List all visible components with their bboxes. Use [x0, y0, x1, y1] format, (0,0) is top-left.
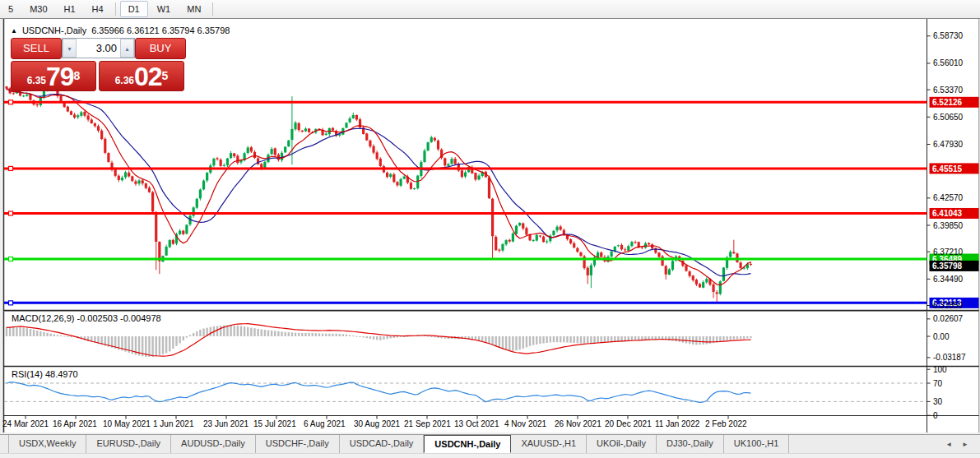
timeframe-button-mn[interactable]: MN [179, 2, 208, 16]
svg-text:6.39850: 6.39850 [933, 221, 964, 230]
volume-decrease-icon[interactable]: ▼ [63, 39, 77, 58]
timeframe-button-h4[interactable]: H4 [85, 2, 111, 16]
svg-text:2 Feb 2022: 2 Feb 2022 [705, 419, 747, 428]
svg-text:0.02607: 0.02607 [933, 314, 964, 323]
chart-tab-usdx-weekly[interactable]: USDX,Weekly [8, 435, 86, 453]
svg-text:13 Oct 2021: 13 Oct 2021 [454, 419, 499, 428]
volume-input[interactable] [77, 39, 120, 58]
macd-indicator-label: MACD(12,26,9) -0.002503 -0.004978 [12, 313, 161, 323]
svg-text:20 Dec 2021: 20 Dec 2021 [605, 419, 652, 428]
svg-text:24 Mar 2021: 24 Mar 2021 [2, 419, 49, 428]
chart-tab-dj30-daily[interactable]: DJ30-,Daily [657, 435, 724, 453]
svg-text:30 Aug 2021: 30 Aug 2021 [354, 419, 401, 428]
svg-text:0: 0 [933, 411, 938, 420]
chart-tab-xauusd-h1[interactable]: XAUUSD-,H1 [511, 435, 587, 453]
volume-increase-icon[interactable]: ▲ [120, 39, 134, 58]
buy-price-panel[interactable]: 6.36 02 5 [99, 61, 184, 91]
svg-text:100: 100 [933, 365, 947, 374]
svg-text:6.58730: 6.58730 [933, 31, 964, 40]
svg-text:6.56010: 6.56010 [933, 58, 964, 67]
chart-ohlc-values: 6.35966 6.36121 6.35794 6.35798 [91, 25, 230, 35]
sell-button[interactable]: SELL [11, 38, 62, 59]
svg-text:6.53370: 6.53370 [933, 86, 964, 95]
chart-tab-ukoil-daily[interactable]: UKOil-,Daily [587, 435, 657, 453]
toolbar-separator [115, 2, 116, 16]
svg-text:6.34490: 6.34490 [933, 275, 964, 284]
timeframe-button-w1[interactable]: W1 [150, 2, 179, 16]
chart-tab-uk100-h1[interactable]: UK100-,H1 [724, 435, 789, 453]
svg-text:6.31850: 6.31850 [933, 301, 964, 310]
chart-tab-usdcad-daily[interactable]: USDCAD-,Daily [340, 435, 425, 453]
svg-text:26 Nov 2021: 26 Nov 2021 [555, 419, 601, 428]
svg-text:6 Aug 2021: 6 Aug 2021 [304, 419, 346, 428]
timeframe-button-5[interactable]: 5 [1, 2, 21, 16]
svg-text:30: 30 [933, 397, 943, 406]
rsi-indicator-label: RSI(14) 48.4970 [12, 369, 78, 379]
svg-text:6.42570: 6.42570 [933, 193, 964, 202]
volume-stepper: ▼ ▲ [62, 38, 135, 58]
svg-text:23 Jun 2021: 23 Jun 2021 [203, 419, 248, 428]
buy-price-sup: 5 [162, 62, 169, 90]
svg-text:21 Sep 2021: 21 Sep 2021 [404, 419, 451, 428]
toolbar-separator [212, 2, 213, 16]
timeframe-toolbar: 5M30H1H4D1W1MN [0, 0, 980, 19]
tab-scroll-right-icon[interactable]: ► [962, 441, 968, 448]
one-click-trade-panel: SELL ▼ ▲ BUY 6.35 79 8 6.36 02 5 [11, 38, 186, 91]
symbol-tab-bar: USDX,WeeklyEURUSD-,DailyAUDUSD-,DailyUSD… [0, 434, 980, 453]
svg-text:6.47930: 6.47930 [933, 140, 964, 149]
timeframe-button-h1[interactable]: H1 [57, 2, 83, 16]
collapse-chart-icon[interactable]: ▲ [11, 27, 17, 35]
chart-tab-usdchf-daily[interactable]: USDCHF-,Daily [256, 435, 340, 453]
tab-scroll-left-icon[interactable]: ◄ [945, 441, 952, 448]
sell-price-panel[interactable]: 6.35 79 8 [11, 61, 96, 91]
chart-tab-eurusd-daily[interactable]: EURUSD-,Daily [86, 435, 171, 453]
timeframe-button-m30[interactable]: M30 [22, 2, 54, 16]
svg-text:1 Jun 2021: 1 Jun 2021 [153, 419, 194, 428]
chart-title: ▲ USDCNH-,Daily 6.35966 6.36121 6.35794 … [11, 25, 230, 35]
svg-text:6.35798: 6.35798 [932, 261, 963, 271]
svg-text:6.37210: 6.37210 [933, 248, 964, 257]
sell-price-sup: 8 [74, 62, 81, 90]
svg-text:70: 70 [933, 379, 943, 388]
timeframe-button-d1[interactable]: D1 [120, 1, 148, 17]
svg-text:6.52126: 6.52126 [932, 98, 963, 107]
svg-text:6.45515: 6.45515 [932, 164, 963, 173]
buy-price-prefix: 6.36 [115, 72, 134, 89]
buy-button[interactable]: BUY [135, 38, 186, 59]
svg-text:15 Jul 2021: 15 Jul 2021 [253, 419, 296, 428]
svg-text:-0.03187: -0.03187 [933, 353, 966, 362]
application-window: 5M30H1H4D1W1MN 6.521266.455156.410436.36… [0, 0, 980, 458]
svg-text:4 Nov 2021: 4 Nov 2021 [504, 419, 547, 428]
status-strip [0, 453, 980, 458]
svg-text:6.41043: 6.41043 [932, 209, 963, 218]
sell-price-big: 79 [46, 64, 74, 89]
buy-price-big: 02 [134, 64, 162, 89]
svg-text:10 May 2021: 10 May 2021 [103, 419, 151, 428]
chart-tab-audusd-daily[interactable]: AUDUSD-,Daily [171, 435, 256, 453]
svg-text:11 Jan 2022: 11 Jan 2022 [655, 419, 700, 428]
chart-tab-usdcnh-daily[interactable]: USDCNH-,Daily [424, 435, 511, 453]
svg-text:6.50650: 6.50650 [933, 113, 964, 122]
svg-text:16 Apr 2021: 16 Apr 2021 [53, 419, 97, 428]
sell-price-prefix: 6.35 [27, 72, 46, 89]
svg-text:0.00: 0.00 [933, 332, 950, 341]
chart-symbol-label: USDCNH-,Daily [22, 25, 86, 35]
